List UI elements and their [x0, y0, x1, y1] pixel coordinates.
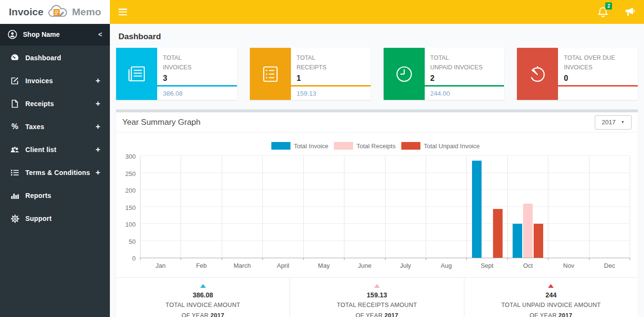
bar-total-unpaid-invoice-oct[interactable]: [534, 224, 543, 258]
card-accent-line: [157, 85, 237, 87]
bar-total-invoice-oct[interactable]: [513, 224, 522, 258]
card-label: TOTAL OVER DUE INVOICES: [564, 53, 632, 72]
legend-item-total-receipts: Total Receipts: [334, 142, 396, 150]
sidebar-nav: Dashboard Invoices +: [0, 45, 110, 230]
card-count: 1: [297, 74, 365, 83]
clock-icon: [384, 48, 425, 100]
sidebar-item-terms-conditions[interactable]: Terms & Conditions +: [0, 161, 110, 184]
legend-swatch: [401, 142, 420, 150]
legend-swatch: [334, 142, 353, 150]
edit-icon: [10, 77, 20, 85]
logo-text-memo: Memo: [72, 6, 101, 18]
bar-chart-icon: [10, 192, 20, 199]
panel-header: Year Summary Graph 2017 ▼: [116, 112, 638, 132]
summary-total-unpaid-invoice: 244 TOTAL UNPAID INVOICE AMOUNT OF YEAR …: [464, 278, 638, 317]
summary-total-receipts: 159.13 TOTAL RECEIPTS AMOUNT OF YEAR 201…: [290, 278, 463, 317]
sidebar: Shop Name < Dashboard: [0, 24, 110, 317]
card-count: 0: [564, 74, 632, 83]
user-icon: [8, 30, 17, 39]
stat-card-total-unpaid-invoices[interactable]: TOTAL UNPAID INVOICES 2 244.00: [384, 48, 504, 100]
newspaper-icon: [116, 48, 157, 100]
y-tick-label: 50: [129, 238, 136, 245]
y-axis: 050100150200250300: [119, 156, 140, 258]
app-logo[interactable]: Invoice Memo: [0, 0, 110, 24]
y-tick-label: 300: [125, 153, 136, 160]
panel-title: Year Summary Graph: [122, 118, 201, 127]
sidebar-item-support[interactable]: Support: [0, 207, 110, 230]
plot-area: JanFebMarchAprilMayJuneJulyAugSeptOctNov…: [140, 156, 630, 258]
expand-plus-icon[interactable]: +: [96, 168, 100, 177]
gear-icon: [10, 214, 20, 223]
x-tick-label: July: [386, 262, 426, 269]
x-tick-label: Oct: [508, 262, 548, 269]
app-window: Invoice Memo: [0, 0, 644, 317]
chart-area: Total Invoice Total Receipts Total Unpai…: [116, 132, 638, 258]
expand-plus-icon[interactable]: +: [96, 76, 100, 86]
legend-item-total-unpaid-invoice: Total Unpaid Invoice: [401, 142, 480, 150]
sidebar-item-dashboard[interactable]: Dashboard: [0, 46, 110, 69]
dashboard-icon: [10, 54, 20, 62]
year-select[interactable]: 2017 ▼: [595, 115, 632, 130]
bar-total-invoice-sept[interactable]: [472, 161, 482, 258]
sidebar-item-receipts[interactable]: Receipts +: [0, 92, 110, 115]
stat-cards-row: TOTAL INVOICES 3 386.08: [110, 48, 644, 100]
sidebar-item-taxes[interactable]: % Taxes +: [0, 115, 110, 138]
x-tick-label: May: [304, 262, 344, 269]
sidebar-shop-header[interactable]: Shop Name <: [0, 24, 110, 45]
year-select-value: 2017: [602, 119, 616, 126]
y-tick-label: 100: [125, 221, 136, 228]
stat-card-total-overdue-invoices[interactable]: TOTAL OVER DUE INVOICES 0: [517, 48, 638, 100]
file-icon: [10, 99, 20, 108]
month-column-may: May: [304, 156, 344, 258]
x-tick-label: Jan: [140, 262, 181, 269]
x-tick-label: March: [222, 262, 262, 269]
x-tick-label: Dec: [590, 262, 630, 269]
legend-swatch: [271, 142, 290, 150]
chart-legend: Total Invoice Total Receipts Total Unpai…: [119, 142, 632, 150]
notification-count-badge: 2: [605, 2, 612, 10]
card-amount: 159.13: [297, 90, 316, 97]
cloud-document-logo-icon: [47, 5, 69, 19]
sidebar-item-client-list[interactable]: Client list +: [0, 138, 110, 161]
shop-name-label: Shop Name: [23, 31, 60, 38]
page-title: Dashboard: [118, 32, 644, 42]
triangle-up-icon: [548, 284, 554, 288]
list-icon: [10, 169, 20, 176]
x-tick-label: Aug: [426, 262, 466, 269]
expand-plus-icon[interactable]: +: [96, 122, 100, 131]
expand-plus-icon[interactable]: +: [96, 145, 100, 154]
y-tick-label: 150: [125, 204, 136, 211]
triangle-up-icon: [374, 284, 380, 288]
bar-chart: 050100150200250300 JanFebMarchAprilMayJu…: [119, 156, 632, 258]
y-tick-label: 200: [125, 187, 136, 194]
expand-plus-icon[interactable]: +: [96, 99, 100, 109]
sidebar-item-invoices[interactable]: Invoices +: [0, 69, 110, 92]
card-count: 2: [430, 74, 499, 83]
month-column-june: June: [344, 156, 385, 258]
card-label: TOTAL RECEIPTS: [297, 53, 365, 72]
x-tick-label: April: [263, 262, 303, 269]
x-tick-label: Feb: [181, 262, 221, 269]
month-column-nov: Nov: [548, 156, 589, 258]
card-label: TOTAL UNPAID INVOICES: [430, 53, 499, 72]
sidebar-item-reports[interactable]: Reports: [0, 184, 110, 207]
month-column-dec: Dec: [590, 156, 630, 258]
menu-toggle-icon[interactable]: [118, 9, 127, 15]
bar-total-unpaid-invoice-sept[interactable]: [493, 209, 503, 258]
notifications-bell-icon[interactable]: 2: [598, 6, 608, 18]
header: Invoice Memo: [0, 0, 644, 24]
collapse-chevron-icon[interactable]: <: [98, 31, 102, 38]
card-accent-line: [291, 85, 371, 87]
chevron-down-icon: ▼: [621, 120, 625, 124]
card-accent-line: [425, 85, 504, 87]
month-column-march: March: [222, 156, 263, 258]
list-lines-icon: [250, 48, 291, 100]
announcements-megaphone-icon[interactable]: [623, 7, 635, 17]
bar-total-receipts-oct[interactable]: [523, 204, 533, 258]
stat-card-total-receipts[interactable]: TOTAL RECEIPTS 1 159.13: [250, 48, 371, 100]
month-column-july: July: [386, 156, 426, 258]
stat-card-total-invoices[interactable]: TOTAL INVOICES 3 386.08: [116, 48, 237, 100]
card-amount: 244.00: [430, 90, 450, 97]
triangle-up-icon: [200, 284, 206, 288]
summary-total-invoice: 386.08 TOTAL INVOICE AMOUNT OF YEAR 2017: [116, 278, 290, 317]
